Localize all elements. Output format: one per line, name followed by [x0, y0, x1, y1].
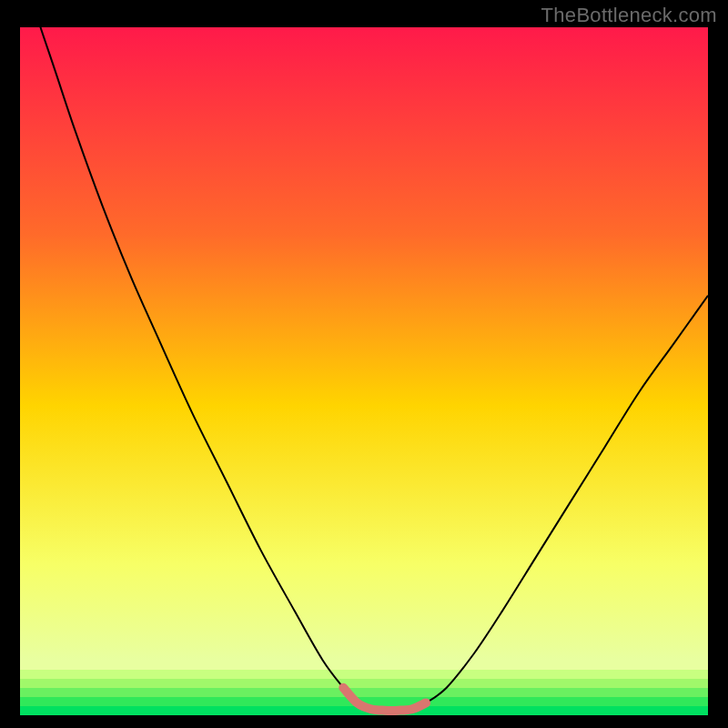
band-stripe: [20, 661, 708, 665]
band-stripe: [20, 674, 708, 679]
chart-stage: TheBottleneck.com: [0, 0, 728, 728]
band-stripe: [20, 665, 708, 670]
band-stripe: [20, 697, 708, 702]
watermark-text: TheBottleneck.com: [541, 4, 717, 27]
plot-area: [20, 27, 708, 715]
band-stripe: [20, 688, 708, 693]
band-stripe: [20, 679, 708, 683]
band-stripe: [20, 670, 708, 674]
gradient-background: [20, 27, 708, 715]
bottleneck-chart: [20, 27, 708, 715]
band-stripe: [20, 683, 708, 688]
band-stripe: [20, 693, 708, 697]
